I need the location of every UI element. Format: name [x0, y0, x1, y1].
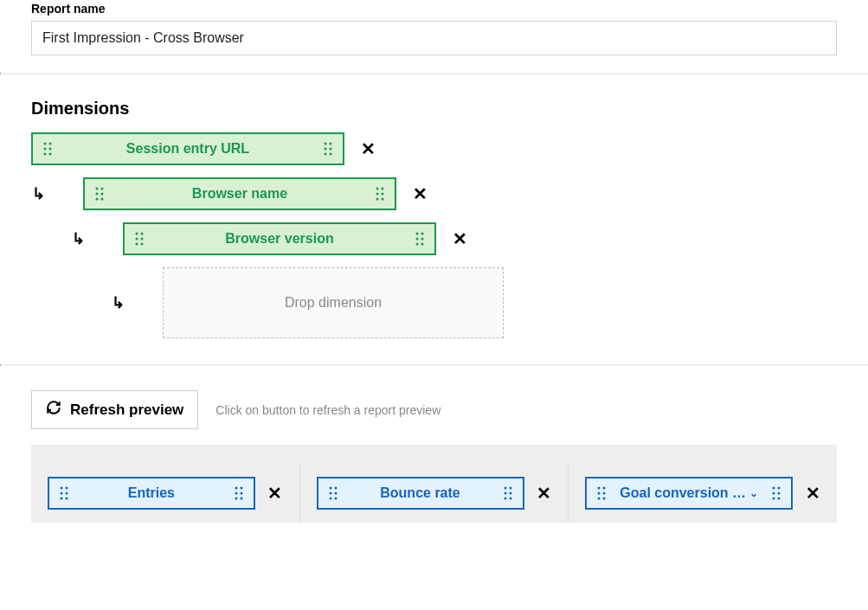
metric-chip[interactable]: Bounce rate [317, 477, 524, 510]
svg-point-50 [329, 492, 331, 495]
grip-icon[interactable] [231, 486, 247, 500]
dimension-label: Browser name [114, 186, 365, 202]
svg-point-24 [136, 233, 138, 235]
svg-point-18 [376, 188, 379, 190]
svg-point-23 [382, 198, 384, 201]
subarrow-icon: ↳ [71, 232, 85, 246]
report-name-input[interactable] [31, 21, 837, 55]
svg-point-14 [96, 193, 99, 196]
grip-icon[interactable] [500, 486, 516, 500]
chevron-down-icon[interactable]: ⌄ [749, 487, 758, 499]
remove-dimension-icon[interactable]: ✕ [412, 183, 428, 204]
svg-point-39 [65, 492, 68, 495]
svg-point-66 [773, 487, 775, 490]
svg-point-54 [504, 487, 506, 490]
svg-point-33 [421, 238, 424, 241]
svg-point-36 [60, 487, 62, 490]
metric-chip[interactable]: Goal conversion … ⌄ [585, 477, 793, 510]
svg-point-64 [598, 498, 601, 500]
svg-point-25 [141, 233, 144, 235]
grip-icon[interactable] [320, 142, 336, 156]
drop-dimension-zone[interactable]: Drop dimension [163, 267, 504, 338]
metric-chip[interactable]: Entries [48, 477, 255, 510]
grip-icon[interactable] [325, 486, 341, 500]
svg-point-13 [101, 188, 104, 190]
remove-metric-icon[interactable]: ✕ [805, 483, 820, 504]
svg-point-7 [330, 143, 332, 145]
grip-icon[interactable] [594, 486, 609, 500]
svg-point-31 [421, 233, 424, 235]
svg-point-42 [235, 487, 237, 490]
svg-point-10 [325, 153, 327, 156]
svg-point-52 [329, 498, 331, 500]
svg-point-34 [416, 243, 419, 246]
refresh-icon [46, 400, 61, 420]
divider [0, 364, 868, 366]
svg-point-16 [96, 198, 99, 201]
dimension-chip[interactable]: Browser name [83, 177, 396, 210]
svg-point-0 [44, 143, 47, 145]
svg-point-58 [504, 498, 506, 500]
svg-point-26 [136, 238, 138, 241]
svg-point-38 [60, 492, 62, 495]
svg-point-1 [49, 143, 52, 145]
svg-point-46 [235, 498, 237, 500]
svg-point-3 [49, 148, 52, 151]
dimension-label: Session entry URL [62, 141, 313, 157]
svg-point-47 [240, 498, 242, 500]
svg-point-27 [141, 238, 144, 241]
grip-icon[interactable] [372, 187, 388, 201]
dimension-chip[interactable]: Browser version [123, 222, 436, 255]
drop-placeholder-text: Drop dimension [285, 295, 382, 311]
svg-point-8 [325, 148, 327, 151]
svg-point-71 [778, 498, 781, 500]
svg-point-29 [141, 243, 144, 246]
svg-point-12 [96, 188, 99, 190]
svg-point-49 [334, 487, 337, 490]
svg-point-20 [376, 193, 379, 196]
svg-point-37 [65, 487, 68, 490]
svg-point-60 [598, 487, 601, 490]
subarrow-icon: ↳ [31, 187, 45, 201]
metric-label: Bounce rate [348, 485, 493, 501]
svg-point-67 [778, 487, 781, 490]
grip-icon[interactable] [132, 232, 147, 246]
dimension-chip[interactable]: Session entry URL [31, 132, 344, 165]
divider [0, 73, 868, 74]
svg-point-6 [325, 143, 327, 145]
remove-dimension-icon[interactable]: ✕ [360, 138, 376, 159]
svg-point-40 [60, 498, 62, 500]
svg-point-22 [376, 198, 379, 201]
metric-label: Goal conversion … [620, 485, 746, 501]
svg-point-21 [382, 193, 384, 196]
svg-point-68 [773, 492, 775, 495]
metric-label: Entries [79, 485, 224, 501]
svg-point-11 [330, 153, 332, 156]
svg-point-65 [603, 498, 606, 500]
svg-point-70 [773, 498, 775, 500]
report-name-label: Report name [31, 2, 837, 16]
grip-icon[interactable] [412, 232, 428, 246]
grip-icon[interactable] [40, 142, 55, 156]
svg-point-56 [504, 492, 506, 495]
svg-point-28 [136, 243, 138, 246]
remove-dimension-icon[interactable]: ✕ [452, 228, 467, 249]
metrics-row: Entries ✕ Bounce rate ✕ [31, 445, 837, 523]
svg-point-9 [330, 148, 332, 151]
svg-point-45 [240, 492, 242, 495]
svg-point-51 [334, 492, 337, 495]
remove-metric-icon[interactable]: ✕ [537, 483, 552, 504]
svg-point-69 [778, 492, 781, 495]
dimensions-heading: Dimensions [31, 99, 837, 119]
dimension-label: Browser version [154, 231, 405, 247]
grip-icon[interactable] [768, 486, 784, 500]
remove-metric-icon[interactable]: ✕ [267, 483, 283, 504]
svg-point-41 [65, 498, 68, 500]
grip-icon[interactable] [56, 486, 72, 500]
refresh-hint-text: Click on button to refresh a report prev… [215, 403, 440, 417]
refresh-preview-button[interactable]: Refresh preview [31, 390, 198, 429]
svg-point-4 [44, 153, 47, 156]
grip-icon[interactable] [92, 187, 107, 201]
svg-point-62 [598, 492, 601, 495]
svg-point-55 [509, 487, 511, 490]
